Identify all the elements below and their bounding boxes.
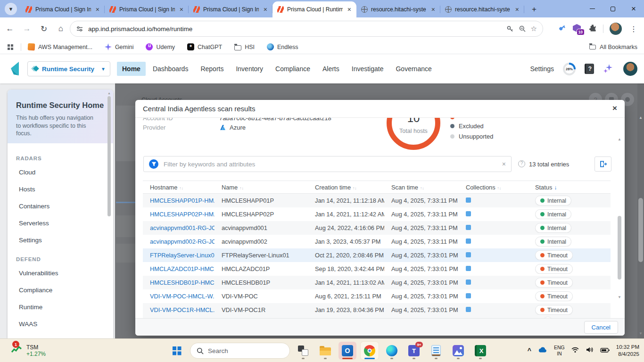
sidebar-entry[interactable]: Serverless (19, 220, 113, 237)
tab-close-icon[interactable]: × (178, 6, 185, 13)
table-row[interactable]: HMCLAZADC01P-HMC... HMCLAZADC01P Sep 18,… (143, 262, 611, 276)
browser-tab[interactable]: Prisma Cloud | Sign In × (105, 1, 189, 17)
bookmark-item[interactable]: Gemini (105, 43, 134, 50)
column-header[interactable]: Status ↑↓ (528, 184, 611, 191)
forward-button[interactable]: → (20, 24, 34, 33)
sort-icon[interactable]: ↑↓ (420, 184, 424, 191)
page-scrollbar[interactable]: ▲ ▼ (637, 83, 644, 338)
table-row[interactable]: acvinappvmd001-RG-JC... acvinappvmd001 A… (143, 221, 611, 235)
tab-close-icon[interactable]: × (346, 6, 353, 13)
nav-item[interactable]: Inventory (231, 62, 268, 76)
nav-item[interactable]: Dashboards (148, 62, 194, 76)
table-row[interactable]: HMCLESHDB01P-HMC... HMCLESHDB01P Jan 14,… (143, 276, 611, 289)
start-button[interactable] (168, 342, 186, 360)
sidebar-entry[interactable]: Compliance (19, 287, 113, 304)
task-view-button[interactable] (294, 342, 312, 360)
scroll-down-icon[interactable]: ▼ (617, 295, 622, 299)
table-row[interactable]: VDI-VM-POC1R-HMCL... VDI-VM-POC1R Jan 19… (143, 303, 611, 317)
export-button[interactable] (594, 156, 611, 172)
new-tab-button[interactable]: + (528, 3, 540, 16)
tab-close-icon[interactable]: × (430, 6, 437, 13)
column-header[interactable]: Hostname ↑↓ (143, 184, 215, 191)
extensions-puzzle-icon[interactable] (588, 24, 597, 34)
reload-button[interactable]: ↻ (37, 24, 51, 34)
help-icon[interactable]: ? (585, 64, 594, 74)
wifi-icon[interactable] (571, 346, 579, 355)
sidebar-scroll-thumb[interactable] (107, 96, 111, 216)
sort-icon[interactable]: ↑↓ (554, 184, 557, 191)
nav-item[interactable]: Reports (195, 62, 229, 76)
chrome-button[interactable] (361, 342, 379, 360)
volume-icon[interactable] (586, 346, 594, 355)
hostname-link[interactable]: VDI-VM-POC1R-HMCL... (150, 306, 215, 313)
column-header[interactable]: Collections ↑↓ (459, 184, 528, 191)
browser-tab[interactable]: Prisma Cloud | Sign In × (189, 1, 272, 17)
address-bar[interactable]: app.ind.prismacloud.io/home/runtime ☆ (70, 21, 543, 37)
back-button[interactable]: ← (3, 24, 17, 33)
sidebar-entry[interactable]: Settings (19, 237, 113, 254)
sidebar-entry[interactable]: Hosts (19, 186, 113, 203)
scroll-up-icon[interactable]: ▲ (637, 115, 644, 120)
sidebar-entry[interactable]: WAAS (19, 321, 113, 337)
taskbar-search[interactable]: Search (190, 343, 290, 359)
user-avatar[interactable] (623, 62, 637, 76)
hostname-link[interactable]: acvinappvmd001-RG-JC... (150, 224, 215, 231)
browser-tab[interactable]: Prisma Cloud | Runtim × (272, 1, 356, 17)
page-scroll-thumb[interactable] (638, 198, 643, 262)
table-row[interactable]: VDI-VM-POC-HMCL-W... VDI-VM-POC Aug 6, 2… (143, 289, 611, 303)
browser-tab[interactable]: resource.hitachi-syste × (440, 1, 524, 17)
edge-button[interactable] (383, 342, 401, 360)
dialog-close-icon[interactable]: × (612, 104, 617, 113)
sidebar-entry[interactable]: Containers (19, 203, 113, 220)
site-settings-icon[interactable] (76, 25, 83, 33)
collection-chip[interactable] (466, 225, 471, 230)
zoom-indicator-icon[interactable] (519, 25, 526, 33)
dialog-scrollbar[interactable]: ▲ ▼ (617, 137, 622, 299)
browser-profile-avatar[interactable] (610, 23, 622, 35)
home-button[interactable]: ⌂ (54, 24, 68, 33)
hostname-link[interactable]: HMCLESHDB01P-HMC... (150, 279, 215, 286)
nav-item[interactable]: Investigate (347, 62, 389, 76)
column-header[interactable]: Creation time ↑↓ (308, 184, 384, 191)
hostname-link[interactable]: VDI-VM-POC-HMCL-W... (150, 293, 215, 300)
browser-tab[interactable]: resource.hitachi-syste × (356, 1, 440, 17)
bookmark-item[interactable]: ChatGPT (187, 43, 222, 50)
table-row[interactable]: acvinappvmd002-RG-JC... acvinappvmd002 J… (143, 235, 611, 248)
tab-close-icon[interactable]: × (514, 6, 520, 13)
sidebar-scrollbar[interactable]: ▲ (107, 91, 111, 334)
bookmark-item[interactable]: Endless (267, 43, 298, 50)
bookmark-item[interactable]: HSI (234, 44, 255, 50)
entries-help-icon[interactable]: ? (518, 160, 525, 167)
window-maximize-button[interactable] (603, 0, 623, 17)
browser-tab[interactable]: Prisma Cloud | Sign In × (21, 1, 105, 17)
cancel-button[interactable]: Cancel (584, 321, 618, 334)
widgets-button[interactable]: 1 TSM +1.27% (6, 341, 46, 360)
hostname-link[interactable]: acvinappvmd002-RG-JC... (150, 238, 215, 245)
nav-item[interactable]: Alerts (317, 62, 345, 76)
photos-button[interactable] (449, 342, 467, 360)
column-header[interactable]: Scan time ↑↓ (384, 184, 459, 191)
collection-chip[interactable] (466, 197, 471, 203)
outlook-button[interactable]: O (339, 342, 356, 360)
teams-button[interactable]: T9+ (405, 342, 423, 360)
progress-ring[interactable]: 26% (563, 63, 576, 75)
hostname-link[interactable]: FTPRelayServer-Linux0... (150, 252, 215, 259)
sort-icon[interactable]: ↑↓ (353, 184, 357, 191)
extension-key-icon[interactable] (557, 23, 567, 34)
scroll-up-icon[interactable]: ▲ (617, 137, 622, 141)
collection-chip[interactable] (466, 293, 471, 298)
file-explorer-button[interactable] (316, 342, 334, 360)
extension-with-badge-icon[interactable]: 10 (573, 24, 582, 33)
clock[interactable]: 10:32 PM 8/4/2025 (616, 344, 639, 358)
prisma-cloud-logo[interactable] (8, 61, 21, 79)
filter-clear-icon[interactable]: × (502, 160, 506, 168)
apps-grid-icon[interactable] (8, 44, 13, 50)
collection-chip[interactable] (466, 239, 471, 244)
table-row[interactable]: HMCLESHAPP02P-HM... HMCLESHAPP02P Jan 14… (143, 207, 611, 221)
collection-chip[interactable] (466, 307, 471, 312)
onedrive-icon[interactable] (537, 346, 548, 355)
language-switcher[interactable]: ENG IN (554, 345, 565, 357)
ai-sparkles-icon[interactable] (603, 63, 614, 74)
sort-icon[interactable]: ↑↓ (179, 184, 183, 191)
tab-search-chevron-icon[interactable]: ▼ (5, 3, 17, 15)
